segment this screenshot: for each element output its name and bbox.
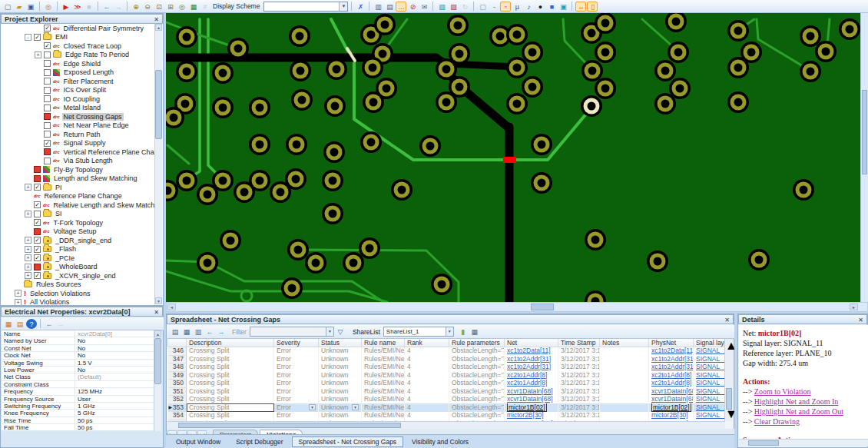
back-arrow-icon[interactable]: ← [44, 319, 55, 329]
tree-item-fly-by-topology[interactable]: Fly-By Topology [2, 165, 154, 174]
physnet-link[interactable]: xc1to2Addr[31] [651, 355, 694, 363]
scroll-left-icon[interactable]: ◄ [167, 304, 176, 310]
tree-item-si[interactable]: +SI [2, 210, 154, 219]
scroll-thumb[interactable] [154, 338, 161, 384]
rule-checkbox[interactable] [44, 51, 51, 58]
rule-checkbox[interactable]: ✓ [34, 254, 41, 261]
forward-arrow-icon[interactable]: → [113, 2, 124, 12]
rule-checkbox[interactable] [44, 158, 51, 164]
tree-item-vertical-reference-plane-change[interactable]: drcVertical Reference Plane Change [2, 148, 154, 157]
net-link[interactable]: xc1to2Data[11] [507, 347, 551, 355]
expand-icon[interactable]: + [25, 264, 31, 270]
rule-checkbox[interactable]: ✓ [34, 201, 41, 208]
tree-item-closed-trace-loop[interactable]: ✓drcClosed Trace Loop [2, 41, 154, 51]
bottom-tab-visibility-and-colors[interactable]: Visibility and Colors [405, 436, 475, 447]
bottom-tab-script-debugger[interactable]: Script Debugger [229, 436, 290, 447]
tree-item--pcie[interactable]: +✓_PCIe [2, 254, 154, 263]
grid-toggle-icon[interactable]: # [200, 2, 210, 12]
physnet-link[interactable]: xcvr1DataIn[68] [651, 396, 694, 403]
column-header[interactable]: Rank [405, 339, 449, 347]
signal-layer-link[interactable]: SIGNAL_11 [696, 412, 725, 420]
tree-item-reference-plane-change[interactable]: drcReference Plane Change [2, 192, 154, 201]
zoom-fit-icon[interactable]: ⊞ [165, 2, 176, 12]
table-row[interactable]: 348Crossing SplitErrorUnknownRules/EMI/N… [168, 363, 726, 372]
rule-checkbox[interactable]: ✓ [34, 272, 41, 279]
net-link[interactable]: xc1to2Addr[31] [507, 363, 551, 371]
scroll-right-icon[interactable]: ► [850, 304, 858, 310]
property-row[interactable]: Const NetNo [2, 345, 155, 352]
signal-layer-link[interactable]: SIGNAL_11 [696, 380, 725, 387]
expand-icon[interactable]: + [15, 299, 22, 305]
expand-icon[interactable]: + [25, 184, 31, 191]
table-row[interactable]: 350Crossing SplitErrorUnknownRules/EMI/N… [168, 380, 726, 388]
tree-item-differential-pair-symmetry[interactable]: ✓drcDifferential Pair Symmetry [2, 24, 154, 33]
collapse-icon[interactable]: - [25, 34, 31, 41]
column-header[interactable]: Time Stamp [558, 339, 600, 347]
no-entry-icon[interactable]: ⊘ [407, 2, 418, 12]
column-header[interactable] [168, 339, 187, 347]
tree-item-t-fork-topology[interactable]: ✓drcT-Fork Topology [2, 218, 154, 227]
scroll-thumb[interactable] [726, 388, 732, 410]
physnet-link[interactable]: mictor1B[02] [651, 403, 691, 412]
note-window-icon[interactable]: ✉ [419, 2, 429, 12]
bottom-tab-spreadsheet-net-crossing-gaps[interactable]: Spreadsheet - Net Crossing Gaps [292, 436, 404, 447]
rule-checkbox[interactable] [44, 131, 51, 138]
table-edit-icon[interactable]: ▦ [469, 327, 480, 337]
tree-item-signal-supply[interactable]: ✓drcSignal Supply [2, 139, 154, 148]
scroll-thumb[interactable] [178, 423, 401, 428]
scroll-up-icon[interactable]: ▲ [154, 330, 161, 337]
back-arrow-icon[interactable]: ← [204, 327, 215, 337]
property-row[interactable]: Switching Frequency1 GHz [2, 403, 155, 410]
column-header[interactable]: Signal layer [694, 339, 726, 347]
physnet-link[interactable]: xc1to2Data[11] [651, 347, 694, 355]
physnet-link[interactable]: xc2to1Addr[8] [651, 371, 691, 379]
signal-layer-link[interactable]: SIGNAL_11 [696, 403, 725, 411]
find-probe-icon[interactable]: ◎ [43, 2, 54, 12]
net-link[interactable]: xcvr1DataIn[68] [507, 387, 553, 395]
tree-item--xcvr-single-end[interactable]: +✓_XCVR_single_end [2, 271, 154, 280]
rule-checkbox[interactable] [44, 87, 51, 94]
tree-item--wholeboard[interactable]: +_WholeBoard [2, 263, 154, 272]
tree-item-pi[interactable]: +✓PI [2, 183, 154, 192]
funnel-filter-icon[interactable]: ▽ [335, 327, 346, 337]
filter-combobox[interactable]: ▼ [250, 327, 334, 337]
rule-checkbox[interactable] [34, 175, 41, 182]
net-link[interactable]: xcvr1DataIn[68] [507, 396, 553, 403]
dotted-window-icon[interactable]: ▢ [477, 2, 488, 12]
property-row[interactable]: Fall Time50 ps [2, 424, 155, 431]
property-row[interactable]: Frequency125 MHz [2, 388, 155, 395]
cascade-window-icon[interactable]: ▤ [384, 2, 395, 12]
tree-item-all-violations[interactable]: +!All Violations [2, 298, 154, 306]
close-icon[interactable]: ✕ [856, 316, 865, 324]
tree-item-exposed-length[interactable]: Exposed Length [2, 68, 154, 78]
probe-screen2-icon[interactable]: ▨ [448, 2, 459, 12]
status-dropdown-icon[interactable]: ▼ [352, 404, 359, 410]
expand-icon[interactable]: + [35, 51, 41, 58]
tree-item-edge-shield[interactable]: drcEdge Shield [2, 59, 154, 68]
scroll-up-icon[interactable]: ▲ [155, 24, 162, 31]
probe-screen-icon[interactable]: ▧ [436, 2, 447, 12]
table-row[interactable]: 346Crossing SplitErrorUnknownRules/EMI/N… [168, 347, 726, 356]
table-row[interactable]: 347Crossing SplitErrorUnknownRules/EMI/N… [168, 355, 726, 363]
expand-icon[interactable]: + [25, 254, 31, 261]
column-header[interactable]: Status [319, 339, 362, 347]
column-header[interactable]: Description [187, 339, 274, 347]
rule-checkbox[interactable] [44, 122, 51, 129]
tree-item-voltage-setup[interactable]: drcVoltage Setup [2, 227, 154, 237]
bottom-tab-output-window[interactable]: Output Window [169, 436, 227, 447]
scroll-thumb[interactable] [748, 440, 779, 446]
signal-layer-link[interactable]: SIGNAL_11 [696, 387, 725, 395]
signal-layer-link[interactable]: SIGNAL_11 [696, 363, 725, 371]
scroll-thumb[interactable] [155, 70, 162, 139]
tree-item-net-near-plane-edge[interactable]: drcNet Near Plane Edge [2, 121, 154, 131]
copy-icon[interactable]: ▥ [193, 327, 204, 337]
props-table-icon[interactable]: ▦ [3, 319, 14, 329]
column-header[interactable]: Severity [274, 339, 319, 347]
rule-checkbox[interactable] [44, 95, 51, 102]
property-row[interactable]: Net Class(Default) [2, 373, 155, 380]
open-folder-icon[interactable]: ▰ [14, 2, 25, 12]
frame-check-icon[interactable]: ▯ [587, 2, 598, 12]
rule-checkbox[interactable]: ✓ [34, 219, 41, 226]
rule-checkbox[interactable] [44, 113, 51, 120]
tree-scrollbar[interactable]: ▲ ▼ [154, 24, 162, 304]
